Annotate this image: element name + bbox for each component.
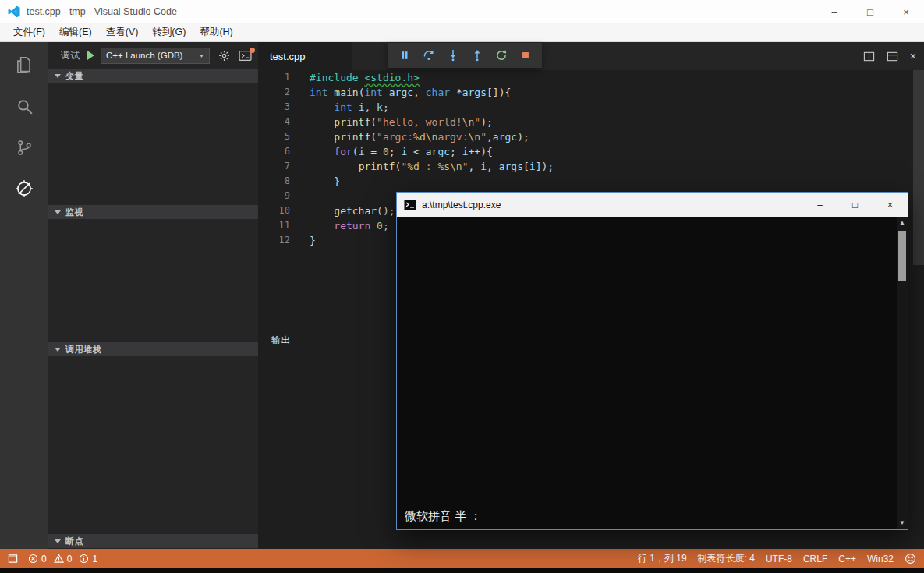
code-line[interactable]: 4 printf("hello, world!\n"); bbox=[258, 115, 924, 129]
line-content: int i, k; bbox=[290, 100, 389, 115]
status-window-item[interactable] bbox=[8, 554, 18, 564]
activity-debug[interactable] bbox=[11, 175, 37, 202]
chevron-down-icon: ▼ bbox=[199, 53, 204, 58]
window-edge bbox=[0, 568, 924, 573]
section-variables[interactable]: 变量 bbox=[48, 69, 258, 83]
close-button[interactable]: × bbox=[888, 0, 924, 23]
editor-layout-icon[interactable] bbox=[887, 51, 898, 62]
warning-count: 0 bbox=[67, 554, 73, 564]
section-breakpoints[interactable]: 断点 bbox=[48, 534, 258, 548]
scroll-down-icon[interactable]: ▼ bbox=[897, 518, 908, 529]
activity-bar bbox=[0, 42, 48, 549]
line-number[interactable]: 2 bbox=[258, 85, 290, 100]
menu-view[interactable]: 查看(V) bbox=[99, 26, 146, 39]
chevron-down-icon bbox=[55, 74, 61, 78]
step-out-icon bbox=[471, 49, 483, 62]
debug-console-button[interactable] bbox=[239, 50, 252, 62]
section-watch[interactable]: 监视 bbox=[48, 205, 258, 219]
line-content bbox=[290, 189, 310, 203]
launch-config-dropdown[interactable]: C++ Launch (GDB) ▼ bbox=[101, 48, 210, 64]
source-control-icon bbox=[15, 138, 34, 157]
menu-help[interactable]: 帮助(H) bbox=[193, 26, 239, 39]
notification-dot bbox=[250, 48, 255, 53]
pause-icon bbox=[399, 50, 410, 61]
status-language-mode[interactable]: C++ bbox=[838, 554, 856, 564]
minimize-button[interactable]: – bbox=[816, 0, 852, 23]
status-encoding[interactable]: UTF-8 bbox=[766, 554, 792, 564]
step-out-button[interactable] bbox=[465, 45, 489, 65]
code-line[interactable]: 2int main(int argc, char *args[]){ bbox=[258, 85, 924, 100]
console-title-bar[interactable]: a:\tmp\test.cpp.exe – □ × bbox=[397, 193, 908, 217]
start-debug-button[interactable] bbox=[87, 51, 94, 60]
scrollbar-thumb[interactable] bbox=[913, 70, 924, 265]
info-count: 1 bbox=[92, 554, 97, 564]
menu-goto[interactable]: 转到(G) bbox=[145, 26, 193, 39]
close-editor-icon[interactable]: × bbox=[910, 50, 916, 62]
line-number[interactable]: 4 bbox=[258, 115, 290, 129]
configure-launch-button[interactable] bbox=[218, 50, 230, 62]
line-content: printf("argc:%d\nargv:\n",argc); bbox=[290, 129, 529, 144]
status-eol[interactable]: CRLF bbox=[803, 554, 827, 564]
line-content: return 0; bbox=[290, 218, 389, 233]
code-line[interactable]: 8 } bbox=[258, 174, 924, 189]
line-number[interactable]: 12 bbox=[258, 233, 290, 248]
restart-button[interactable] bbox=[489, 45, 513, 65]
status-cursor-position[interactable]: 行 1，列 19 bbox=[638, 552, 687, 565]
console-scrollbar-thumb[interactable] bbox=[898, 231, 906, 281]
step-into-icon bbox=[447, 49, 459, 62]
section-label: 调用堆栈 bbox=[65, 344, 101, 355]
line-number[interactable]: 1 bbox=[258, 70, 290, 85]
console-output[interactable]: ▲ ▼ 微软拼音 半 ： bbox=[397, 217, 908, 529]
section-call-stack[interactable]: 调用堆栈 bbox=[48, 342, 258, 356]
editor-scrollbar[interactable] bbox=[913, 70, 924, 320]
gear-icon bbox=[218, 50, 230, 62]
maximize-button[interactable]: □ bbox=[852, 0, 888, 23]
scroll-up-icon[interactable]: ▲ bbox=[897, 218, 908, 228]
line-number[interactable]: 6 bbox=[258, 144, 290, 159]
line-number[interactable]: 3 bbox=[258, 100, 290, 115]
line-number[interactable]: 5 bbox=[258, 129, 290, 144]
warning-icon bbox=[54, 554, 64, 564]
line-number[interactable]: 8 bbox=[258, 174, 290, 189]
menu-bar: 文件(F)编辑(E)查看(V)转到(G)帮助(H) bbox=[0, 23, 924, 42]
activity-explorer[interactable] bbox=[11, 51, 37, 78]
sidebar-sections: 变量监视调用堆栈断点 bbox=[48, 69, 258, 549]
stop-button[interactable] bbox=[513, 45, 537, 65]
activity-source-control[interactable] bbox=[11, 134, 37, 161]
code-line[interactable]: 5 printf("argc:%d\nargv:\n",argc); bbox=[258, 129, 924, 144]
problems-indicator[interactable]: 0 0 1 bbox=[28, 554, 101, 564]
line-content: printf("%d : %s\n", i, args[i]); bbox=[290, 159, 554, 174]
editor-actions: × bbox=[863, 42, 916, 70]
line-number[interactable]: 10 bbox=[258, 203, 290, 218]
step-over-button[interactable] bbox=[416, 45, 441, 65]
step-into-button[interactable] bbox=[441, 45, 465, 65]
tab-test-cpp[interactable]: test.cpp bbox=[258, 42, 352, 70]
activity-search[interactable] bbox=[11, 93, 37, 119]
code-line[interactable]: 7 printf("%d : %s\n", i, args[i]); bbox=[258, 159, 924, 174]
debug-sidebar-header: 调试 C++ Launch (GDB) ▼ bbox=[48, 42, 258, 69]
code-line[interactable]: 1#include <stdio.h> bbox=[258, 70, 924, 85]
line-number[interactable]: 11 bbox=[258, 218, 290, 233]
status-tab-size[interactable]: 制表符长度: 4 bbox=[698, 552, 755, 565]
window-controls: – □ × bbox=[816, 0, 924, 23]
status-platform[interactable]: Win32 bbox=[867, 554, 894, 564]
line-content: } bbox=[290, 233, 316, 248]
menu-edit[interactable]: 编辑(E) bbox=[52, 26, 99, 39]
console-scrollbar[interactable]: ▲ ▼ bbox=[897, 217, 908, 529]
console-minimize-button[interactable]: – bbox=[802, 193, 837, 217]
tab-output[interactable]: 输出 bbox=[271, 334, 291, 346]
line-number[interactable]: 9 bbox=[258, 189, 290, 203]
console-maximize-button[interactable]: □ bbox=[837, 193, 873, 217]
feedback-smiley-button[interactable] bbox=[905, 553, 916, 564]
code-line[interactable]: 3 int i, k; bbox=[258, 100, 924, 115]
line-number[interactable]: 7 bbox=[258, 159, 290, 174]
step-over-icon bbox=[423, 49, 435, 62]
split-editor-icon[interactable] bbox=[863, 51, 875, 62]
line-content: printf("hello, world!\n"); bbox=[290, 115, 493, 129]
pause-button[interactable] bbox=[392, 45, 416, 65]
line-content: int main(int argc, char *args[]){ bbox=[290, 85, 511, 100]
code-line[interactable]: 6 for(i = 0; i < argc; i++){ bbox=[258, 144, 924, 159]
menu-file[interactable]: 文件(F) bbox=[6, 26, 52, 39]
console-window-controls: – □ × bbox=[802, 193, 908, 217]
console-close-button[interactable]: × bbox=[873, 193, 908, 217]
